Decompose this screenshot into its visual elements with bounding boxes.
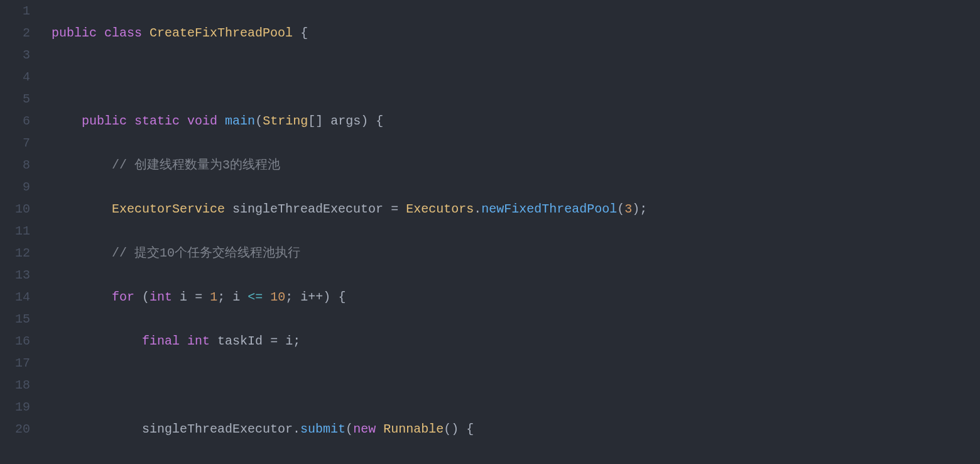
comment: // 提交10个任务交给线程池执行 [112, 246, 300, 260]
line-number: 3 [0, 44, 30, 66]
parameter: args [330, 114, 361, 128]
code-line: final int taskId = i; [52, 330, 980, 352]
class-name: Executors [406, 202, 474, 216]
method-name: submit [300, 422, 346, 436]
code-line: ExecutorService singleThreadExecutor = E… [52, 198, 980, 220]
keyword: class [104, 26, 142, 40]
class-name: Runnable [383, 422, 444, 436]
method-name: newFixedThreadPool [481, 202, 617, 216]
code-line: // 提交10个任务交给线程池执行 [52, 242, 980, 264]
line-number: 11 [0, 220, 30, 242]
line-number: 13 [0, 264, 30, 286]
code-line: singleThreadExecutor.submit(new Runnable… [52, 418, 980, 440]
line-number: 10 [0, 198, 30, 220]
variable: taskId [217, 334, 263, 348]
line-number: 8 [0, 154, 30, 176]
keyword: int [150, 290, 172, 304]
code-line: // 创建线程数量为3的线程池 [52, 154, 980, 176]
semicolon: ; [285, 290, 293, 304]
paren: ( [255, 114, 263, 128]
line-number: 17 [0, 352, 30, 374]
paren: () [444, 422, 459, 436]
operator: ++ [308, 290, 323, 304]
code-line: public class CreateFixThreadPool { [52, 22, 980, 44]
paren: ( [617, 202, 624, 216]
keyword: for [112, 290, 134, 304]
paren: ) [361, 114, 368, 128]
line-number: 15 [0, 308, 30, 330]
brace: { [466, 422, 474, 436]
number: 10 [270, 290, 285, 304]
code-line [52, 374, 980, 396]
operator: = [270, 334, 278, 348]
line-number: 7 [0, 132, 30, 154]
line-number: 20 [0, 418, 30, 440]
line-number: 4 [0, 66, 30, 88]
method-name: main [225, 114, 255, 128]
line-number: 12 [0, 242, 30, 264]
line-number: 9 [0, 176, 30, 198]
brace: { [300, 26, 308, 40]
class-name: CreateFixThreadPool [150, 26, 293, 40]
variable: i [180, 290, 187, 304]
line-number: 19 [0, 396, 30, 418]
variable: singleThreadExecutor [232, 202, 383, 216]
line-number: 16 [0, 330, 30, 352]
variable: singleThreadExecutor [142, 422, 293, 436]
operator: <= [248, 290, 263, 304]
semicolon: ; [640, 202, 647, 216]
variable: i [232, 290, 240, 304]
operator: = [195, 290, 202, 304]
line-number: 6 [0, 110, 30, 132]
number: 3 [624, 202, 632, 216]
keyword: void [187, 114, 217, 128]
dot: . [293, 422, 300, 436]
line-number: 2 [0, 22, 30, 44]
paren: ) [323, 290, 330, 304]
paren: ) [632, 202, 640, 216]
line-number: 18 [0, 374, 30, 396]
number: 1 [210, 290, 217, 304]
operator: = [391, 202, 398, 216]
keyword: static [134, 114, 180, 128]
code-line [52, 66, 980, 88]
keyword: public [52, 26, 97, 40]
line-number: 14 [0, 286, 30, 308]
variable: i [300, 290, 308, 304]
paren: ( [142, 290, 150, 304]
brace: { [376, 114, 383, 128]
variable: i [285, 334, 293, 348]
semicolon: ; [293, 334, 300, 348]
brace: { [338, 290, 346, 304]
type: ExecutorService [112, 202, 225, 216]
brackets: [] [308, 114, 323, 128]
dot: . [474, 202, 481, 216]
keyword: int [187, 334, 210, 348]
keyword: public [82, 114, 127, 128]
keyword: new [353, 422, 376, 436]
line-number: 1 [0, 0, 30, 22]
line-number-gutter: 1 2 3 4 5 6 7 8 9 10 11 12 13 14 15 16 1… [0, 0, 39, 464]
code-editor: 1 2 3 4 5 6 7 8 9 10 11 12 13 14 15 16 1… [0, 0, 980, 464]
line-number: 5 [0, 88, 30, 110]
code-line: for (int i = 1; i <= 10; i++) { [52, 286, 980, 308]
paren: ( [346, 422, 353, 436]
code-line: public static void main(String[] args) { [52, 110, 980, 132]
comment: // 创建线程数量为3的线程池 [112, 158, 280, 172]
code-area[interactable]: public class CreateFixThreadPool { publi… [39, 0, 980, 464]
keyword: final [142, 334, 180, 348]
type: String [263, 114, 308, 128]
semicolon: ; [217, 290, 225, 304]
